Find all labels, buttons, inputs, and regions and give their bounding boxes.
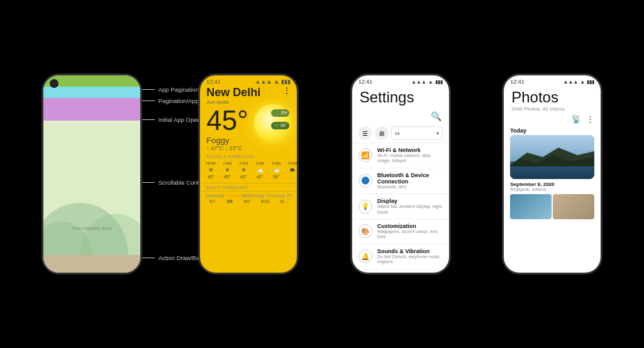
- settings-item-customization[interactable]: 🎨 Customization Wallpapers, accent colou…: [352, 219, 449, 244]
- photos-date: September 8, 2020: [510, 182, 594, 187]
- grid-item-2[interactable]: [553, 194, 594, 219]
- wifi-icon: ▲: [580, 79, 585, 85]
- settings-time: 12:41: [358, 79, 373, 85]
- photos-hero-image: [510, 135, 594, 179]
- daily-col-3: Wednesday: [242, 193, 265, 198]
- hourly-icon-cloud: ⛅: [272, 166, 280, 173]
- weather-city: New Delhi: [206, 86, 260, 99]
- photos-grid: [510, 194, 594, 219]
- filter-btn-1[interactable]: ☰: [358, 126, 372, 140]
- hourly-icon-rain: 🌧: [289, 166, 296, 173]
- grid-item-1[interactable]: [510, 194, 552, 219]
- dash: [142, 182, 155, 183]
- filter-btn-2[interactable]: ⊞: [375, 126, 389, 140]
- settings-status-bar: 12:41 ▲▲▲ ▲ ▮▮▮: [352, 75, 449, 86]
- section-action-bar: [43, 255, 140, 273]
- item-name: Customization: [377, 223, 443, 229]
- weather-status-bar: 12:41 ▲▲▲ ▲ ▮▮▮: [200, 75, 297, 86]
- diagram-phone: One Handed Area: [42, 73, 142, 275]
- hourly-item: 4 AM ⛅ 39°: [269, 161, 283, 179]
- photos-title-area: Photos 2046 Photos, 42 Videos: [504, 86, 601, 113]
- wifi-icon: ▲: [428, 79, 433, 85]
- settings-filter-row: ☰ ⊞ All ▾: [352, 125, 449, 143]
- hourly-temp: 39°: [273, 175, 280, 179]
- one-handed-label: One Handed Area: [72, 226, 112, 231]
- weather-status-icons: ▲▲▲ ▲ ▮▮▮: [255, 79, 291, 85]
- hourly-icon-sun: ☀: [208, 166, 214, 173]
- signal-icon: ▲▲▲: [411, 79, 426, 85]
- weather-city-block: New Delhi Just update: [206, 86, 260, 104]
- section-scrollable: One Handed Area: [43, 121, 140, 255]
- weather-phone: 12:41 ▲▲▲ ▲ ▮▮▮ New Delhi Just update ⋮ …: [198, 73, 299, 275]
- photos-time: 12:41: [510, 79, 525, 85]
- more-icon[interactable]: ⋮: [586, 114, 594, 124]
- item-desc: Wi-Fi, mobile network, data usage, hotsp…: [377, 153, 443, 164]
- settings-item-text: Sounds & Vibration Do Not Disturb, earph…: [377, 248, 443, 265]
- item-desc: Bluetooth, NFC: [377, 185, 443, 190]
- wifi-network-icon: 📶: [358, 148, 372, 162]
- item-desc: Status bar, ambient display, night mode: [377, 204, 443, 215]
- filter-dropdown[interactable]: All ▾: [391, 126, 443, 140]
- dash: [142, 119, 155, 121]
- weather-range: ↑ 47°C ↓ 23°C: [206, 145, 291, 151]
- customization-icon: 🎨: [358, 224, 372, 238]
- daily-col-2: Today: [226, 193, 239, 198]
- settings-status-icons: ▲▲▲ ▲ ▮▮▮: [411, 79, 443, 85]
- settings-phone: 12:41 ▲▲▲ ▲ ▮▮▮ Settings 🔍 ☰ ⊞ All ▾ 📶: [350, 73, 451, 275]
- sun-badge-2: 🌿 36°: [271, 122, 290, 129]
- cast-icon[interactable]: 📡: [571, 114, 581, 124]
- photos-date-section: September 8, 2020 Reykjavík, Iceland: [504, 179, 601, 193]
- settings-title-area: Settings: [352, 86, 449, 111]
- hourly-time: 1 AM: [223, 161, 231, 165]
- daily-col-5: Fri: [287, 193, 292, 198]
- hourly-temp: 43°: [240, 175, 247, 179]
- hourly-time: 4 AM: [272, 161, 280, 165]
- daily-col-1: Yesterday: [205, 193, 225, 198]
- daily-dates: 9/7 3/8 9/0 9/10 9/...: [200, 198, 297, 204]
- settings-item-display[interactable]: 💡 Display Status bar, ambient display, n…: [352, 194, 449, 219]
- scene: One Handed Area App Pagination Paginatio…: [0, 0, 644, 348]
- label-app-pagination: App Pagination: [142, 86, 199, 93]
- label-action-bar: Action Draw/Bar: [142, 254, 202, 261]
- hourly-temp: 45°: [208, 175, 214, 179]
- sounds-icon: 🔔: [358, 249, 372, 263]
- photos-count: 2046 Photos, 42 Videos: [511, 106, 593, 112]
- hero-landscape-svg: [510, 135, 594, 179]
- wifi-icon: ▲: [274, 79, 279, 85]
- hourly-icon-sun: ☀: [241, 166, 247, 173]
- settings-item-bluetooth[interactable]: 🔵 Bluetooth & Device Connection Bluetoot…: [352, 168, 449, 194]
- photos-location: Reykjavík, Iceland: [510, 187, 594, 192]
- dash: [142, 101, 155, 102]
- weather-hourly: NOW ☀ 45° 1 AM ☀ 45° 2 AM ☀ 43° 3 AM ⛅ 4…: [200, 160, 297, 180]
- item-name: Wi-Fi & Network: [377, 147, 443, 153]
- daily-date-2: 3/8: [226, 199, 233, 204]
- weather-update: Just update: [206, 100, 260, 104]
- hourly-time: 2 AM: [239, 161, 248, 165]
- hourly-item: 5 AM 🌧 ...: [286, 161, 297, 179]
- hourly-temp: ...: [291, 175, 294, 179]
- dash: [142, 89, 155, 90]
- daily-label: DAILY FORECAST: [200, 183, 297, 191]
- weather-header-icons: ⋮: [283, 86, 291, 95]
- settings-item-text: Bluetooth & Device Connection Bluetooth,…: [377, 172, 443, 190]
- hourly-time: 3 AM: [255, 161, 264, 165]
- photos-section-today: Today: [504, 125, 601, 135]
- display-icon: 💡: [358, 200, 372, 214]
- weather-time: 12:41: [206, 79, 221, 85]
- weather-menu-icon[interactable]: ⋮: [283, 86, 291, 95]
- settings-item-sounds[interactable]: 🔔 Sounds & Vibration Do Not Disturb, ear…: [352, 244, 449, 269]
- photos-toolbar: 📡 ⋮: [504, 113, 601, 125]
- hourly-label: HOURLY FORECAST: [200, 153, 297, 160]
- hourly-item: 1 AM ☀ 45°: [220, 161, 234, 179]
- sun-badge-1: 🌿 3%: [271, 109, 289, 117]
- dash: [142, 258, 155, 259]
- settings-item-wifi[interactable]: 📶 Wi-Fi & Network Wi-Fi, mobile network,…: [352, 143, 449, 168]
- weather-header: New Delhi Just update ⋮: [200, 86, 297, 104]
- settings-search-row: 🔍: [352, 111, 449, 125]
- diagram-phone-inner: One Handed Area: [43, 75, 140, 273]
- search-icon[interactable]: 🔍: [431, 111, 441, 121]
- daily-date-1: 9/7: [209, 199, 216, 204]
- hourly-item: 2 AM ☀ 43°: [236, 161, 250, 179]
- settings-item-text: Wi-Fi & Network Wi-Fi, mobile network, d…: [377, 147, 443, 164]
- label-scrollable: Scrollable Content: [142, 179, 208, 186]
